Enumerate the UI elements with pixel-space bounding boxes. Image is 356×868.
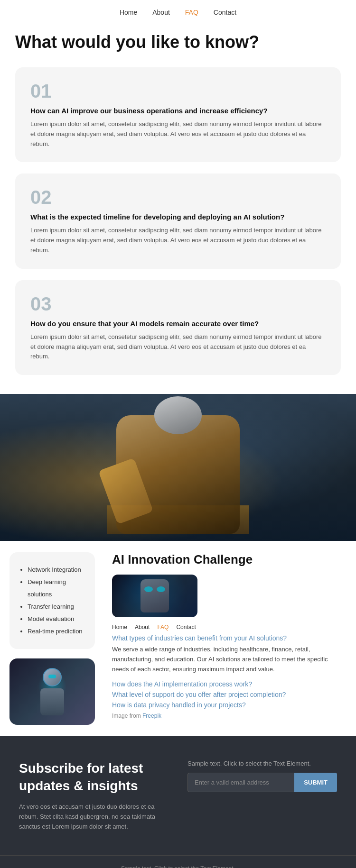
footer: Sample text. Click to select the Text El… — [0, 855, 356, 868]
other-question-1[interactable]: How does the AI implementation process w… — [112, 680, 343, 688]
features-list: Network Integration Deep learning soluti… — [19, 564, 85, 638]
subscribe-description: At vero eos et accusam et justo duo dolo… — [19, 802, 169, 831]
nav-home[interactable]: Home — [120, 9, 137, 16]
faq-question-2: What is the expected timeline for develo… — [30, 213, 326, 221]
faq-question-3: How do you ensure that your AI models re… — [30, 320, 326, 328]
subscribe-left: Subscribe for latest updates & insights … — [19, 760, 169, 831]
nav-contact[interactable]: Contact — [214, 9, 236, 16]
right-panel: AI Innovation Challenge Home About FAQ C… — [104, 541, 356, 736]
faq-card-1: 01 How can AI improve our business opera… — [15, 67, 341, 162]
lower-section: Network Integration Deep learning soluti… — [0, 541, 356, 736]
feature-item-1: Network Integration — [28, 564, 85, 576]
faq-answer-1: Lorem ipsum dolor sit amet, consetetur s… — [30, 119, 326, 149]
challenge-image — [112, 575, 197, 617]
nav-about[interactable]: About — [152, 9, 170, 16]
faq-card-3: 03 How do you ensure that your AI models… — [15, 280, 341, 375]
mini-nav-about[interactable]: About — [135, 624, 150, 630]
faq-section: 01 How can AI improve our business opera… — [0, 67, 356, 394]
robot-banner — [0, 394, 356, 541]
challenge-title: AI Innovation Challenge — [112, 552, 343, 567]
email-input[interactable] — [187, 773, 294, 792]
feature-item-5: Real-time prediction — [28, 625, 85, 638]
mini-nav-faq[interactable]: FAQ — [157, 624, 169, 630]
other-question-3[interactable]: How is data privacy handled in your proj… — [112, 701, 343, 709]
subscribe-title: Subscribe for latest updates & insights — [19, 760, 169, 795]
other-question-2[interactable]: What level of support do you offer after… — [112, 691, 343, 698]
faq-answer-3: Lorem ipsum dolor sit amet, consetetur s… — [30, 332, 326, 362]
feature-item-4: Model evaluation — [28, 613, 85, 625]
faq-question-1: How can AI improve our business operatio… — [30, 107, 326, 115]
subscribe-right: Sample text. Click to select the Text El… — [187, 760, 337, 792]
mini-nav: Home About FAQ Contact — [112, 624, 343, 630]
mini-nav-home[interactable]: Home — [112, 624, 127, 630]
robot-figure — [107, 401, 249, 534]
feature-item-2: Deep learning solutions — [28, 576, 85, 601]
image-credit: Image from Freepik — [112, 713, 343, 719]
mini-nav-contact[interactable]: Contact — [176, 624, 196, 630]
nav-faq[interactable]: FAQ — [185, 9, 198, 16]
challenge-face — [141, 579, 169, 612]
left-panel: Network Integration Deep learning soluti… — [0, 541, 104, 736]
page-title: What would you like to know? — [0, 25, 356, 67]
faq-number-3: 03 — [30, 293, 326, 315]
faq-number-2: 02 — [30, 187, 326, 208]
subscribe-sample-text: Sample text. Click to select the Text El… — [187, 760, 337, 767]
footer-sample-text: Sample text. Click to select the Text El… — [19, 865, 337, 868]
submit-button[interactable]: SUBMIT — [294, 773, 337, 792]
faq-answer-2: Lorem ipsum dolor sit amet, consetetur s… — [30, 226, 326, 255]
robot-small-image — [9, 658, 95, 725]
faq-card-2: 02 What is the expected timeline for dev… — [15, 174, 341, 268]
subscribe-section: Subscribe for latest updates & insights … — [0, 736, 356, 855]
faq-number-1: 01 — [30, 81, 326, 102]
feature-item-3: Transfer learning — [28, 601, 85, 613]
subscribe-form: SUBMIT — [187, 773, 337, 792]
expanded-answer: We serve a wide range of industries, inc… — [112, 645, 343, 674]
navigation: Home About FAQ Contact — [0, 0, 356, 25]
features-card: Network Integration Deep learning soluti… — [9, 552, 95, 649]
image-credit-link[interactable]: Freepik — [142, 713, 161, 719]
robot-small-figure — [33, 668, 71, 715]
expanded-question[interactable]: What types of industries can benefit fro… — [112, 634, 343, 642]
